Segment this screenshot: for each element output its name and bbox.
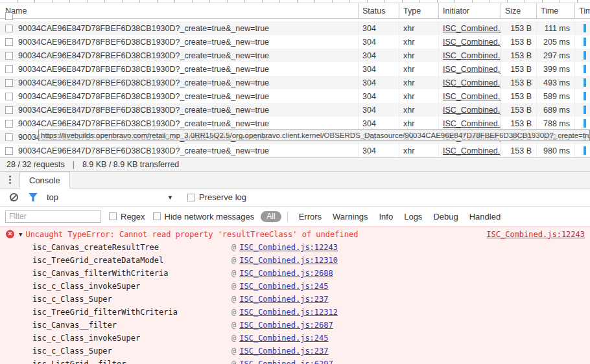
request-initiator-link[interactable]: ISC_Combined.j… xyxy=(443,51,501,60)
network-request-row[interactable]: 90034CAE96E847D78FBEF6D38CB1930D?_create… xyxy=(0,103,590,117)
request-name: 90034CAE96E847D78FBEF6D38CB1930D?_create… xyxy=(18,51,269,60)
timeline-bar xyxy=(584,119,586,128)
network-request-row[interactable]: 90034CAE96E847D78FBEF6D38CB1930D?_create… xyxy=(0,35,590,49)
column-header-size[interactable]: Size xyxy=(501,3,536,18)
stack-function-name: isc_Canvas__filter xyxy=(0,321,231,330)
column-header-status[interactable]: Status xyxy=(358,3,399,18)
network-summary-bar: 28 / 32 requests | 8.9 KB / 8.9 KB trans… xyxy=(0,157,590,171)
request-type: xhr xyxy=(399,144,438,157)
filter-level[interactable]: Logs xyxy=(404,212,422,222)
timeline-bar xyxy=(584,51,586,60)
stack-function-name: isc_Canvas_createResultTree xyxy=(0,243,231,252)
request-name: 90034CAE96E847D78FBEF6D38CB1930D?_create… xyxy=(18,146,269,155)
request-initiator-link[interactable]: ISC_Combined.j… xyxy=(443,119,501,128)
row-checkbox[interactable] xyxy=(5,38,13,46)
network-request-row[interactable]: 90034CAE96E847D78FBEF6D38CB1930D?_create… xyxy=(0,89,590,103)
column-header-initiator[interactable]: Initiator xyxy=(438,3,501,18)
stack-at-symbol: @ xyxy=(231,308,236,317)
request-initiator-link[interactable]: ISC_Combined.j… xyxy=(443,78,501,87)
request-type: xhr xyxy=(399,49,438,62)
console-error-message[interactable]: ✕ ▼ Uncaught TypeError: Cannot read prop… xyxy=(0,227,590,241)
row-checkbox[interactable] xyxy=(5,106,13,114)
preserve-log-checkbox[interactable] xyxy=(187,194,195,201)
network-request-row[interactable]: 90034CAE96E847D78FBEF6D38CB1930D?_create… xyxy=(0,144,590,157)
request-name: 90034CAE96E847D78FBEF6D38CB1930D?_create… xyxy=(18,92,269,101)
request-size: 153 B xyxy=(501,35,536,49)
filter-level[interactable]: Errors xyxy=(299,212,322,222)
row-checkbox[interactable] xyxy=(5,93,13,100)
clear-console-icon[interactable] xyxy=(10,193,18,201)
network-request-row[interactable]: 90034CAE96E847D78FBEF6D38CB1930D?_create… xyxy=(0,21,590,35)
request-size: 153 B xyxy=(501,144,536,157)
stack-at-symbol: @ xyxy=(231,243,236,252)
regex-checkbox[interactable] xyxy=(109,212,117,220)
network-request-row[interactable]: 90034CAE96E847D78FBEF6D38CB1930D?_create… xyxy=(0,76,590,89)
row-checkbox[interactable] xyxy=(5,79,13,87)
request-status: 304 xyxy=(358,76,399,89)
request-time: 297 ms xyxy=(536,49,574,62)
stack-source-link[interactable]: ISC_Combined.js:2687 xyxy=(239,321,333,330)
stack-source-link[interactable]: ISC_Combined.js:12243 xyxy=(239,243,338,252)
error-source-link[interactable]: ISC_Combined.js:12243 xyxy=(486,230,585,239)
stack-trace: isc_Canvas_createResultTree @ ISC_Combin… xyxy=(0,241,590,364)
stack-source-link[interactable]: ISC_Combined.js:12310 xyxy=(239,256,338,265)
stack-source-link[interactable]: ISC_Combined.js:6297 xyxy=(239,359,333,364)
column-header-time[interactable]: Time xyxy=(536,3,574,18)
request-initiator-link[interactable]: ISC_Combined.j… xyxy=(443,92,501,101)
stack-function-name: isc_c_Class_invokeSuper xyxy=(0,334,231,343)
row-checkbox[interactable] xyxy=(5,147,13,155)
stack-source-link[interactable]: ISC_Combined.js:245 xyxy=(239,282,328,291)
request-status: 304 xyxy=(358,62,399,76)
filter-level[interactable]: Info xyxy=(379,212,393,222)
hide-network-messages-checkbox[interactable] xyxy=(153,212,161,220)
expand-triangle-icon[interactable]: ▼ xyxy=(19,231,22,238)
stack-source-link[interactable]: ISC_Combined.js:12312 xyxy=(239,308,338,317)
network-request-row[interactable]: 90034CAE96E847D78FBEF6D38CB1930D?_create… xyxy=(0,62,590,76)
stack-source-link[interactable]: ISC_Combined.js:2688 xyxy=(239,269,333,278)
hide-network-messages-label[interactable]: Hide network messages xyxy=(165,212,255,222)
filter-level[interactable]: Debug xyxy=(433,212,458,222)
kebab-menu-icon[interactable] xyxy=(0,172,19,188)
filter-funnel-icon[interactable] xyxy=(29,193,38,201)
request-time: 980 ms xyxy=(536,144,574,157)
filter-input[interactable] xyxy=(5,210,101,223)
request-time: 205 ms xyxy=(536,35,574,49)
request-initiator-link[interactable]: ISC_Combined.j… xyxy=(443,146,501,155)
execution-context-selector[interactable]: top xyxy=(47,192,58,202)
column-header-name[interactable]: Name xyxy=(0,3,358,18)
row-checkbox[interactable] xyxy=(5,52,13,60)
filter-level-all[interactable]: All xyxy=(261,211,281,222)
request-name: 90034CAE96E847D78FBEF6D38CB1930D?_create… xyxy=(18,78,269,87)
request-type: xhr xyxy=(399,62,438,76)
network-request-row[interactable]: 90034CAE96E847D78FBEF6D38CB1930D?_create… xyxy=(0,49,590,62)
column-header-timeline[interactable]: Timeline xyxy=(574,3,590,18)
timeline-bar xyxy=(584,106,586,114)
stack-frame: isc_ListGrid__filter @ ISC_Combined.js:6… xyxy=(0,358,590,364)
filter-levels: ErrorsWarningsInfoLogsDebugHandled xyxy=(288,212,501,222)
request-initiator-link[interactable]: ISC_Combined.j… xyxy=(443,38,501,47)
regex-label[interactable]: Regex xyxy=(121,212,145,222)
request-status: 304 xyxy=(358,117,399,130)
checkbox[interactable] xyxy=(5,12,13,20)
row-checkbox[interactable] xyxy=(5,133,13,141)
request-initiator-link[interactable]: ISC_Combined.j… xyxy=(443,65,501,74)
partially-scrolled-row xyxy=(0,19,590,21)
request-name: 90034CAE96E847D78FBEF6D38CB1930D?_create… xyxy=(18,24,269,33)
network-request-row[interactable]: 90034CAE96E847D78FBEF6D38CB1930D?_create… xyxy=(0,117,590,130)
preserve-log-label[interactable]: Preserve log xyxy=(199,192,246,202)
chevron-down-icon[interactable]: ▼ xyxy=(167,194,173,201)
request-initiator-link[interactable]: ISC_Combined.j… xyxy=(443,24,501,33)
stack-source-link[interactable]: ISC_Combined.js:245 xyxy=(239,334,328,343)
column-header-type[interactable]: Type xyxy=(399,3,438,18)
timeline-bar xyxy=(584,65,586,73)
stack-source-link[interactable]: ISC_Combined.js:237 xyxy=(239,295,328,304)
row-checkbox[interactable] xyxy=(5,120,13,128)
filter-level[interactable]: Handled xyxy=(469,212,501,222)
filter-level[interactable]: Warnings xyxy=(333,212,368,222)
tab-console[interactable]: Console xyxy=(19,172,70,188)
request-initiator-link[interactable]: ISC_Combined.j… xyxy=(443,106,501,115)
row-checkbox[interactable] xyxy=(5,65,13,73)
stack-function-name: isc_TreeGrid_createDataModel xyxy=(0,256,231,265)
row-checkbox[interactable] xyxy=(5,25,13,32)
stack-source-link[interactable]: ISC_Combined.js:237 xyxy=(239,347,328,356)
